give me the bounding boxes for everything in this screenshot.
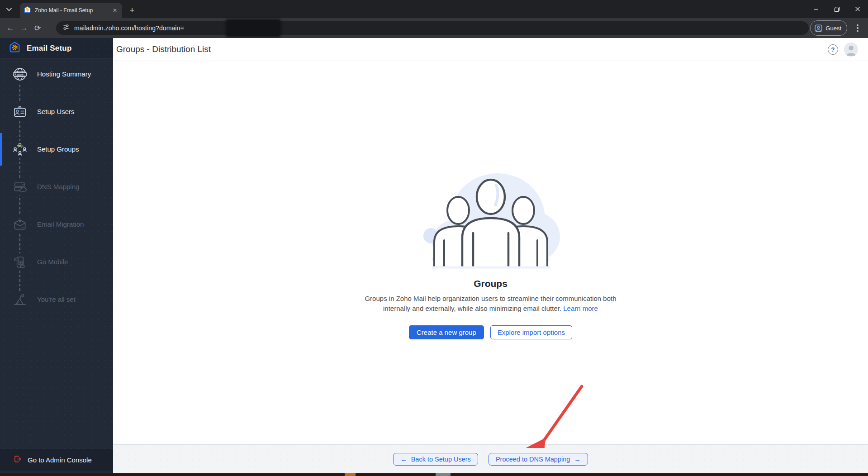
- sidebar-item-label: DNS Mapping: [37, 183, 79, 190]
- dns-server-icon: [11, 178, 28, 195]
- url-redaction-overlay: [227, 20, 280, 36]
- url-text[interactable]: mailadmin.zoho.com/hosting?domain=: [74, 24, 184, 32]
- window-restore-icon[interactable]: [826, 0, 847, 18]
- setup-steps-nav: www Hosting Summary Setup Users: [0, 55, 113, 327]
- browser-forward-icon[interactable]: →: [17, 21, 31, 35]
- admin-console-label: Go to Admin Console: [28, 456, 92, 464]
- right-arrow-icon: →: [574, 456, 581, 463]
- sidebar-item-label: Email Migration: [37, 220, 84, 228]
- email-setup-logo-icon: [9, 41, 21, 55]
- sidebar-item-go-mobile[interactable]: Go Mobile: [0, 243, 113, 281]
- sidebar-item-label: Hosting Summary: [37, 70, 91, 78]
- guest-profile-icon: [815, 24, 822, 32]
- browser-back-icon[interactable]: ←: [4, 21, 17, 35]
- taskbar-edge: [0, 473, 868, 476]
- groups-illustration: [113, 169, 868, 271]
- globe-www-icon: www: [11, 66, 28, 83]
- user-avatar[interactable]: [844, 43, 858, 57]
- browser-menu-icon[interactable]: [852, 21, 863, 35]
- groups-heading: Groups: [113, 278, 868, 289]
- proceed-to-dns-mapping-button[interactable]: Proceed to DNS Mapping →: [489, 453, 588, 466]
- window-minimize-icon[interactable]: [806, 0, 826, 18]
- sidebar-item-setup-groups[interactable]: Setup Groups: [0, 130, 113, 168]
- wizard-footer-bar: ← Back to Setup Users Proceed to DNS Map…: [113, 444, 868, 473]
- tab-close-icon[interactable]: ✕: [111, 7, 119, 14]
- sidebar-item-label: You're all set: [37, 295, 76, 303]
- description-line-1: Groups in Zoho Mail help organization us…: [113, 294, 868, 304]
- window-controls: [806, 0, 868, 18]
- svg-text:www: www: [17, 72, 24, 76]
- page-header: Groups - Distribution List ?: [113, 38, 868, 61]
- taskbar-edge-gray-segment: [436, 473, 451, 476]
- left-arrow-icon: ←: [400, 456, 407, 463]
- sidebar-item-label: Go Mobile: [37, 258, 68, 266]
- groups-empty-state: Groups Groups in Zoho Mail help organiza…: [113, 61, 868, 444]
- profile-label: Guest: [825, 25, 841, 32]
- id-card-icon: [11, 103, 28, 120]
- user-group-icon: [11, 141, 28, 158]
- profile-button[interactable]: Guest: [810, 20, 847, 36]
- new-tab-icon[interactable]: +: [127, 5, 138, 16]
- tab-title: Zoho Mail - Email Setup: [35, 7, 108, 14]
- groups-description: Groups in Zoho Mail help organization us…: [113, 294, 868, 314]
- setup-sidebar: Email Setup www Hosting Summary: [0, 38, 113, 473]
- sidebar-item-setup-users[interactable]: Setup Users: [0, 93, 113, 130]
- create-new-group-button[interactable]: Create a new group: [409, 325, 484, 339]
- sidebar-item-youre-all-set[interactable]: You're all set: [0, 281, 113, 318]
- page-title: Groups - Distribution List: [116, 44, 211, 54]
- learn-more-link[interactable]: Learn more: [563, 305, 598, 312]
- sidebar-item-dns-mapping[interactable]: DNS Mapping: [0, 168, 113, 205]
- logout-door-icon: [13, 455, 22, 465]
- browser-reload-icon[interactable]: ⟳: [31, 21, 44, 35]
- sidebar-item-label: Setup Groups: [37, 145, 79, 153]
- browser-tab-strip: Zoho Mail - Email Setup ✕ +: [0, 0, 868, 18]
- cta-row: Create a new group Explore import option…: [113, 325, 868, 339]
- sidebar-item-email-migration[interactable]: Email Migration: [0, 205, 113, 243]
- email-migration-icon: [11, 216, 28, 233]
- zoho-mail-favicon: [24, 6, 31, 15]
- browser-toolbar: ← → ⟳ mailadmin.zoho.com/hosting?domain=…: [0, 18, 868, 38]
- sidebar-item-hosting-summary[interactable]: www Hosting Summary: [0, 55, 113, 93]
- window-close-icon[interactable]: [847, 0, 868, 18]
- sidebar-app-title: Email Setup: [27, 44, 72, 53]
- description-line-2: internally and externally, while also mi…: [113, 304, 868, 314]
- explore-import-options-button[interactable]: Explore import options: [490, 325, 572, 339]
- mobile-phone-icon: [11, 253, 28, 271]
- help-icon[interactable]: ?: [828, 44, 838, 55]
- taskbar-edge-orange-segment: [345, 473, 356, 476]
- tab-search-chevron-icon[interactable]: [3, 4, 15, 15]
- site-settings-icon[interactable]: [62, 24, 70, 33]
- sidebar-item-label: Setup Users: [37, 108, 75, 115]
- back-to-setup-users-button[interactable]: ← Back to Setup Users: [393, 453, 478, 466]
- summit-flag-icon: [11, 291, 28, 308]
- go-to-admin-console-link[interactable]: Go to Admin Console: [0, 449, 113, 471]
- address-bar[interactable]: mailadmin.zoho.com/hosting?domain=: [56, 21, 809, 35]
- browser-tab[interactable]: Zoho Mail - Email Setup ✕: [20, 3, 122, 18]
